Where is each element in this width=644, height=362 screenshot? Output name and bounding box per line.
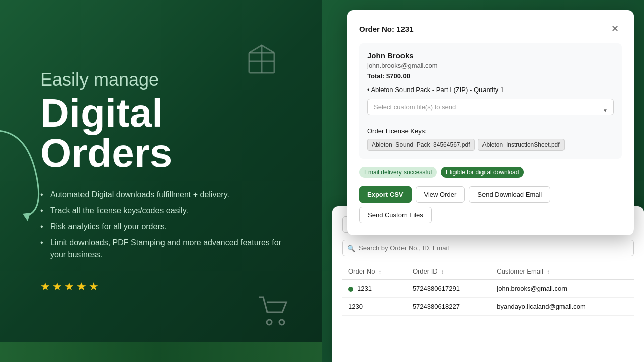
- modal-header: Order No: 1231 ✕: [359, 22, 622, 35]
- table-row[interactable]: 12315724380617291john.brooks@gmail.com: [342, 280, 634, 298]
- table-container: Order No ↕ Order ID ↕ Customer Email ↕: [342, 263, 634, 316]
- license-tag-1: Ableton_Sound_Pack_34564567.pdf: [367, 139, 475, 151]
- badge-delivery-success: Email delivery successful: [359, 167, 437, 178]
- features-list: Automated Digital downloads fulfillment …: [40, 189, 292, 265]
- svg-point-4: [279, 320, 284, 325]
- custom-files-select[interactable]: Select custom file(s) to send: [367, 99, 614, 115]
- star-4: ★: [76, 280, 87, 293]
- order-modal: Order No: 1231 ✕ John Brooks john.brooks…: [347, 10, 634, 235]
- hero-line3: Orders: [40, 133, 292, 173]
- cell-order-no: 1231: [342, 280, 407, 298]
- table-header-row: Order No ↕ Order ID ↕ Customer Email ↕: [342, 263, 634, 280]
- send-custom-files-button[interactable]: Send Custom Files: [359, 207, 432, 223]
- orders-table: Order No ↕ Order ID ↕ Customer Email ↕: [342, 263, 634, 316]
- star-1: ★: [40, 280, 50, 293]
- feature-3: Risk analytics for all your orders.: [40, 221, 292, 233]
- modal-actions: Export CSV View Order Send Download Emai…: [359, 186, 622, 223]
- star-rating: ★ ★ ★ ★ ★: [40, 280, 292, 293]
- col-customer-email[interactable]: Customer Email ↕: [491, 263, 634, 280]
- modal-close-button[interactable]: ✕: [608, 22, 622, 35]
- feature-2: Track all the license keys/codes easily.: [40, 205, 292, 217]
- modal-title: Order No: 1231: [359, 25, 414, 33]
- right-panel: Order No: 1231 ✕ John Brooks john.brooks…: [322, 0, 644, 362]
- star-3: ★: [64, 280, 74, 293]
- box-icon: [242, 40, 282, 82]
- status-badges: Email delivery successful Eligible for d…: [359, 167, 622, 178]
- search-row-2: [342, 240, 634, 256]
- customer-card: John Brooks john.brooks@gmail.com Total:…: [359, 43, 622, 159]
- cell-order-id: 5724380618227: [407, 298, 491, 316]
- send-download-email-button[interactable]: Send Download Email: [469, 186, 550, 203]
- cell-order-no: 1230: [342, 298, 407, 316]
- sort-order-id-icon: ↕: [441, 269, 444, 275]
- active-row-indicator: [348, 287, 353, 292]
- table-row[interactable]: 12305724380618227byandayo.licaland@gmail…: [342, 298, 634, 316]
- left-panel: Easily manage Digital Orders Automated D…: [0, 0, 322, 362]
- custom-files-select-wrapper[interactable]: Select custom file(s) to send: [367, 99, 614, 121]
- sort-email-icon: ↕: [547, 269, 549, 275]
- svg-marker-5: [23, 213, 30, 221]
- license-keys-label: Order License Keys:: [367, 127, 614, 135]
- svg-point-3: [267, 320, 272, 325]
- export-csv-button[interactable]: Export CSV: [359, 186, 412, 203]
- customer-email: john.brooks@gmail.com: [367, 62, 614, 69]
- col-order-no[interactable]: Order No ↕: [342, 263, 407, 280]
- col-order-id[interactable]: Order ID ↕: [407, 263, 491, 280]
- star-2: ★: [52, 280, 62, 293]
- curve-arrow: [0, 121, 45, 221]
- license-tag-2: Ableton_InstructionSheet.pdf: [478, 139, 565, 151]
- sort-order-no-icon: ↕: [379, 269, 381, 275]
- search-full-input[interactable]: [342, 240, 634, 256]
- cart-icon: [257, 295, 292, 332]
- feature-4: Limit downloads, PDF Stamping and more a…: [40, 237, 292, 261]
- product-item: Ableton Sound Pack - Part I (ZIP) - Quan…: [367, 86, 614, 94]
- view-order-button[interactable]: View Order: [416, 186, 465, 203]
- star-5: ★: [89, 280, 99, 293]
- badge-eligible: Eligible for digital download: [441, 167, 524, 178]
- hero-line2: Digital: [40, 93, 292, 133]
- order-total: Total: $700.00: [367, 72, 614, 80]
- feature-1: Automated Digital downloads fulfillment …: [40, 189, 292, 201]
- cell-order-id: 5724380617291: [407, 280, 491, 298]
- cell-customer-email: john.brooks@gmail.com: [491, 280, 634, 298]
- cell-customer-email: byandayo.licaland@gmail.com: [491, 298, 634, 316]
- license-tags: Ableton_Sound_Pack_34564567.pdf Ableton_…: [367, 139, 614, 151]
- search-full-input-wrapper[interactable]: [342, 240, 634, 256]
- customer-name: John Brooks: [367, 51, 614, 60]
